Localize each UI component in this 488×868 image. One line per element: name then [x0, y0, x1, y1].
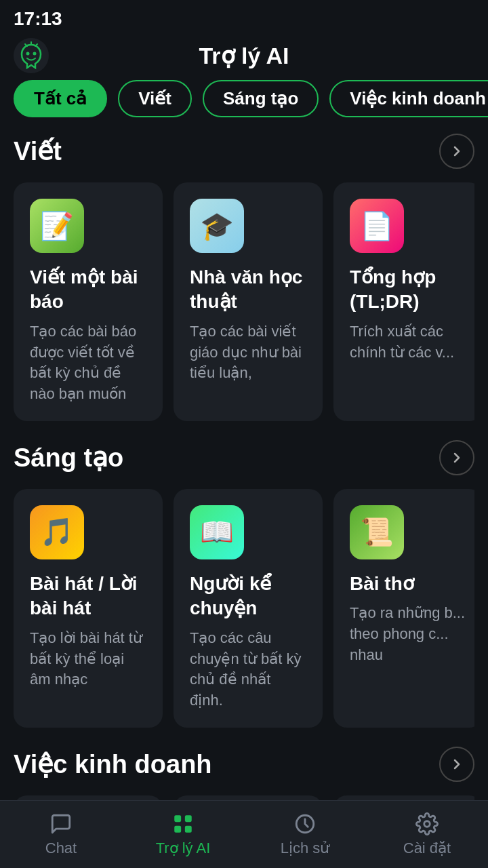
status-bar: 17:13: [0, 0, 488, 35]
card-desc-bai-tho: Tạo ra những b... theo phong c... nhau: [350, 603, 466, 665]
svg-rect-4: [185, 815, 192, 822]
card-icon-viet-bai-bao: 📝: [30, 199, 84, 253]
card-title-nguoi-ke-chuyen: Người kể chuyện: [190, 572, 306, 621]
svg-rect-6: [185, 825, 192, 832]
section-viet-title: Viết: [14, 136, 62, 166]
card-bai-hat[interactable]: 🎵 Bài hát / Lời bài hát Tạo lời bài hát …: [14, 489, 163, 728]
card-icon-tong-hop: 📄: [350, 199, 404, 253]
card-title-nha-van: Nhà văn học thuật: [190, 265, 306, 315]
card-icon-nha-van: 🎓: [190, 199, 244, 253]
section-sang-tao: Sáng tạo 🎵 Bài hát / Lời bài hát Tạo lời…: [0, 440, 488, 747]
svg-point-2: [33, 52, 37, 56]
section-viet: Viết 📝 Viết một bài báo Tạo các bài báo …: [0, 134, 488, 440]
filter-row: Tất cả Viết Sáng tạo Việc kinh doanh Tru…: [0, 80, 488, 134]
section-vkd-title: Việc kinh doanh: [14, 749, 212, 779]
card-desc-viet-bai-bao: Tạo các bài báo được viết tốt về bất kỳ …: [30, 321, 146, 405]
cards-row-viet: 📝 Viết một bài báo Tạo các bài báo được …: [14, 182, 474, 421]
card-nha-van-hoc-thuat[interactable]: 🎓 Nhà văn học thuật Tạo các bài viết giá…: [174, 182, 323, 421]
section-vkd-arrow[interactable]: [439, 747, 474, 782]
arrow-circle-viet: [439, 134, 474, 169]
nav-label-chat: Chat: [45, 840, 77, 857]
card-desc-nguoi-ke-chuyen: Tạo các câu chuyện từ bất kỳ chủ đề nhất…: [190, 628, 306, 711]
cards-row-sang-tao: 🎵 Bài hát / Lời bài hát Tạo lời bài hát …: [14, 489, 474, 728]
time-display: 17:13: [14, 8, 62, 29]
nav-label-lich-su: Lịch sử: [281, 840, 330, 857]
card-desc-tong-hop: Trích xuất các chính từ các v...: [350, 321, 466, 363]
filter-chip-sang-tao[interactable]: Sáng tạo: [203, 80, 319, 117]
card-title-tong-hop: Tổng hợp (TL;DR): [350, 265, 466, 315]
section-viet-header: Viết: [14, 134, 474, 169]
arrow-circle-vkd: [439, 747, 474, 782]
card-bai-tho[interactable]: 📜 Bài thơ Tạo ra những b... theo phong c…: [333, 489, 474, 728]
filter-chip-viec-kinh-doanh[interactable]: Việc kinh doanh: [329, 80, 488, 117]
card-icon-bai-tho: 📜: [350, 505, 404, 559]
card-icon-bai-hat: 🎵: [30, 505, 84, 559]
section-sang-tao-header: Sáng tạo: [14, 440, 474, 475]
nav-label-cai-dat: Cài đặt: [403, 840, 451, 857]
app-logo: [14, 38, 49, 73]
card-tong-hop[interactable]: 📄 Tổng hợp (TL;DR) Trích xuất các chính …: [333, 182, 474, 421]
header: Trợ lý AI: [0, 35, 488, 80]
nav-item-tro-ly-ai[interactable]: Trợ lý AI: [122, 801, 244, 868]
card-desc-nha-van: Tạo các bài viết giáo dục như bài tiểu l…: [190, 321, 306, 384]
filter-chip-viet[interactable]: Viết: [118, 80, 192, 117]
card-title-bai-tho: Bài thơ: [350, 572, 466, 596]
svg-rect-5: [174, 825, 181, 832]
svg-point-1: [26, 52, 30, 56]
card-desc-bai-hat: Tạo lời bài hát từ bất kỳ thể loại âm nh…: [30, 628, 146, 690]
nav-item-chat[interactable]: Chat: [0, 801, 122, 868]
section-vkd-header: Việc kinh doanh: [14, 747, 474, 782]
arrow-circle-sang-tao: [439, 440, 474, 475]
nav-label-tro-ly-ai: Trợ lý AI: [156, 840, 211, 857]
nav-item-cai-dat[interactable]: Cài đặt: [366, 801, 488, 868]
card-viet-bai-bao[interactable]: 📝 Viết một bài báo Tạo các bài báo được …: [14, 182, 163, 421]
page-title: Trợ lý AI: [199, 42, 289, 69]
section-viet-arrow[interactable]: [439, 134, 474, 169]
card-icon-nguoi-ke-chuyen: 📖: [190, 505, 244, 559]
svg-point-8: [424, 821, 430, 827]
bottom-nav: Chat Trợ lý AI Lịch sử Cài đặt: [0, 800, 488, 868]
nav-item-lich-su[interactable]: Lịch sử: [244, 801, 366, 868]
card-title-viet-bai-bao: Viết một bài báo: [30, 265, 146, 315]
filter-chip-all[interactable]: Tất cả: [14, 80, 107, 117]
svg-rect-3: [174, 815, 181, 822]
card-title-bai-hat: Bài hát / Lời bài hát: [30, 572, 146, 621]
card-nguoi-ke-chuyen[interactable]: 📖 Người kể chuyện Tạo các câu chuyện từ …: [174, 489, 323, 728]
section-sang-tao-arrow[interactable]: [439, 440, 474, 475]
section-sang-tao-title: Sáng tạo: [14, 443, 123, 473]
